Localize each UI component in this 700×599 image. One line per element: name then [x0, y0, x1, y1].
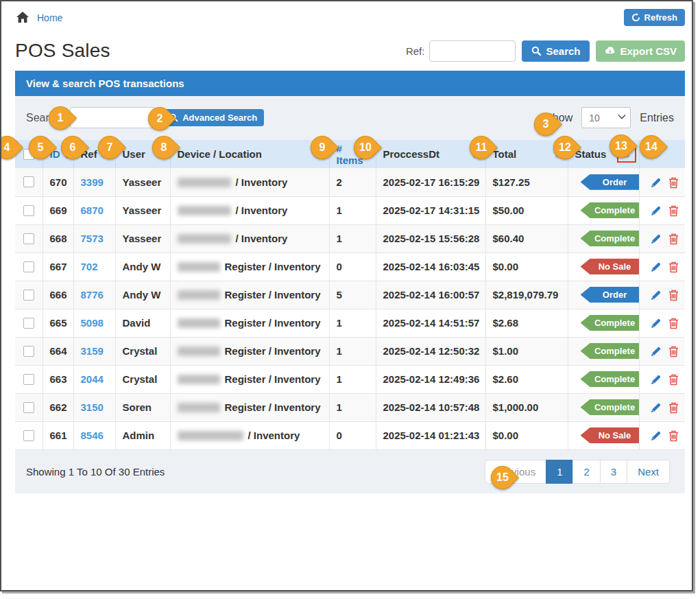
cell-user: David	[115, 309, 170, 337]
breadcrumb-home-link[interactable]: Home	[37, 12, 62, 23]
cell-id: 662	[43, 393, 73, 421]
table-row: 6623150SorenRegister / Inventory12025-02…	[15, 393, 685, 421]
refresh-icon	[631, 13, 640, 22]
cell-user: Crystal	[115, 337, 170, 365]
cell-total: $2.68	[485, 309, 568, 337]
ref-link[interactable]: 8546	[81, 430, 104, 441]
delete-icon[interactable]	[668, 177, 679, 189]
callout-marker-9: 9	[311, 136, 334, 159]
delete-icon[interactable]	[668, 233, 679, 245]
ref-link[interactable]: 6870	[81, 204, 104, 216]
row-checkbox[interactable]	[23, 176, 34, 187]
delete-icon[interactable]	[668, 205, 679, 217]
ref-link[interactable]: 3150	[81, 401, 104, 413]
edit-icon[interactable]	[650, 374, 662, 386]
ref-link[interactable]: 702	[81, 261, 98, 272]
home-icon[interactable]	[16, 12, 29, 23]
callout-marker-1: 1	[49, 106, 72, 130]
cell-processdt: 2025-02-14 12:49:36	[376, 365, 485, 393]
cell-items: 0	[329, 252, 376, 281]
ref-link[interactable]: 2044	[81, 373, 104, 385]
cell-id: 664	[43, 337, 73, 365]
quick-search-input[interactable]	[70, 107, 156, 128]
edit-icon[interactable]	[650, 177, 662, 189]
page-size-select[interactable]: 10	[581, 107, 631, 128]
cell-processdt: 2025-02-15 15:56:28	[376, 224, 485, 252]
callout-marker-8: 8	[152, 136, 176, 159]
page-button-3[interactable]: 3	[600, 460, 627, 484]
table-row: 6703399Yasseer/ Inventory22025-02-17 16:…	[15, 168, 685, 196]
pos-transactions-panel: View & search POS transactions Search: A…	[15, 71, 685, 493]
edit-icon[interactable]	[650, 290, 662, 301]
cell-user: Crystal	[115, 365, 170, 393]
row-checkbox[interactable]	[23, 233, 34, 244]
delete-icon[interactable]	[668, 374, 679, 386]
ref-link[interactable]: 7573	[81, 233, 104, 244]
page-button-next[interactable]: Next	[627, 460, 670, 484]
edit-icon[interactable]	[650, 233, 662, 245]
edit-icon[interactable]	[650, 402, 662, 414]
page-button-2[interactable]: 2	[572, 460, 600, 484]
ref-label: Ref:	[406, 45, 425, 57]
cell-id: 668	[43, 224, 73, 252]
edit-icon[interactable]	[650, 346, 662, 357]
delete-icon[interactable]	[668, 402, 679, 414]
row-checkbox[interactable]	[23, 290, 34, 301]
cell-processdt: 2025-02-17 14:31:15	[376, 196, 485, 224]
cell-user: Soren	[115, 393, 170, 421]
cell-processdt: 2025-02-17 16:15:29	[376, 168, 485, 196]
transactions-table: IDRef⇅User⇅Device / Location⇅# ItemsProc…	[15, 140, 685, 450]
table-row: 6618546Admin/ Inventory02025-02-14 01:21…	[15, 421, 685, 449]
search-button[interactable]: Search	[522, 40, 590, 62]
delete-icon[interactable]	[668, 318, 679, 329]
export-csv-button[interactable]: Export CSV	[596, 40, 685, 62]
callout-marker-7: 7	[98, 136, 121, 159]
cell-items: 1	[329, 224, 376, 252]
cell-total: $2,819,079.79	[485, 281, 568, 309]
column-header-date[interactable]: ProccessDt⇅	[376, 140, 485, 168]
cell-device: / Inventory	[170, 421, 329, 449]
edit-icon[interactable]	[650, 318, 662, 329]
redacted-device-name	[178, 347, 220, 356]
search-icon	[531, 46, 542, 56]
row-checkbox[interactable]	[23, 374, 34, 385]
callout-marker-14: 14	[640, 135, 663, 158]
status-badge: Order	[581, 287, 640, 303]
ref-link[interactable]: 3399	[81, 176, 104, 188]
cell-total: $1.00	[485, 337, 568, 365]
delete-icon[interactable]	[668, 261, 679, 273]
callout-marker-12: 12	[553, 136, 577, 159]
row-checkbox[interactable]	[23, 346, 34, 357]
ref-link[interactable]: 3159	[81, 345, 104, 357]
edit-icon[interactable]	[650, 205, 662, 217]
column-header-device[interactable]: Device / Location⇅	[170, 140, 329, 168]
cell-items: 1	[329, 393, 376, 421]
cell-id: 669	[43, 196, 73, 224]
cell-id: 665	[43, 309, 73, 337]
ref-input[interactable]	[429, 40, 516, 62]
page-button-1[interactable]: 1	[546, 460, 573, 484]
cloud-download-icon	[604, 46, 616, 56]
row-checkbox[interactable]	[23, 430, 34, 441]
panel-title: View & search POS transactions	[15, 71, 685, 96]
cell-items: 1	[329, 337, 376, 365]
status-badge: Complete	[581, 343, 640, 359]
delete-icon[interactable]	[668, 290, 679, 301]
row-checkbox[interactable]	[23, 402, 34, 413]
edit-icon[interactable]	[650, 261, 662, 273]
ref-link[interactable]: 8776	[81, 289, 104, 301]
column-label: ProccessDt	[383, 148, 440, 160]
row-checkbox[interactable]	[23, 205, 34, 216]
delete-icon[interactable]	[668, 430, 679, 442]
row-checkbox[interactable]	[23, 261, 34, 272]
column-label: User	[123, 148, 145, 160]
row-checkbox[interactable]	[23, 318, 34, 329]
advanced-search-button[interactable]: Advanced Search	[162, 109, 264, 126]
delete-icon[interactable]	[668, 346, 679, 357]
edit-icon[interactable]	[650, 430, 662, 442]
ref-link[interactable]: 5098	[81, 317, 104, 329]
callout-marker-5: 5	[29, 136, 52, 159]
redacted-device-name	[178, 375, 220, 384]
redacted-device-name	[178, 206, 231, 215]
refresh-button[interactable]: Refresh	[624, 9, 685, 26]
